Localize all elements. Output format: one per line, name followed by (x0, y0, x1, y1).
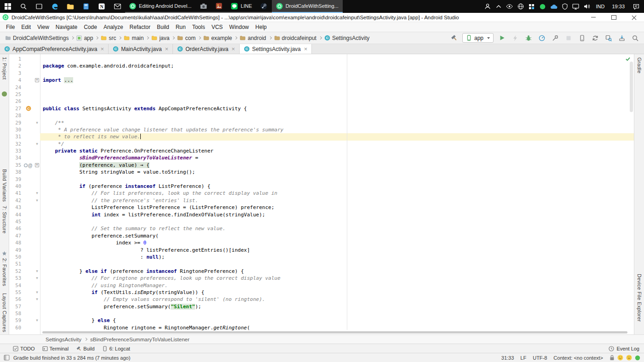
line-number[interactable]: 33 (9, 147, 23, 154)
tool-window-switcher-icon[interactable] (4, 355, 10, 361)
fold-collapsed-icon[interactable]: + (35, 163, 39, 167)
line-number[interactable]: 42 (9, 197, 23, 204)
code-text[interactable]: (preference, value) → { (40, 162, 634, 169)
menu-analyze[interactable]: Analyze (100, 23, 126, 31)
taskbar-edge-browser[interactable] (47, 0, 63, 13)
breadcrumb-main[interactable]: main (122, 34, 145, 42)
code-line[interactable]: 49 ? listPreference.getEntries()[index] (9, 247, 634, 254)
tab-settingsactivity-java[interactable]: CSettingsActivity.java× (240, 44, 312, 54)
toolwindow-button-build[interactable]: Build (76, 346, 94, 351)
code-text[interactable] (40, 91, 634, 98)
code-line[interactable]: 32▾ */ (9, 141, 634, 147)
language-indicator[interactable]: IND (592, 0, 609, 13)
fold-marker[interactable]: ▾ (34, 141, 40, 147)
code-line[interactable]: 1 (9, 56, 634, 62)
taskbar-mail[interactable] (109, 0, 125, 13)
taskbar-file-explorer[interactable] (63, 0, 78, 13)
code-line[interactable]: 4+import ... (9, 77, 634, 84)
line-number[interactable]: 26 (9, 98, 23, 105)
toolwindow-build-variants[interactable]: Build Variants (0, 169, 9, 202)
tray-grid[interactable] (526, 0, 537, 13)
code-line[interactable]: 26 (9, 98, 634, 105)
menu-navigate[interactable]: Navigate (52, 23, 80, 31)
tray-globe[interactable] (515, 0, 526, 13)
line-number[interactable]: 46 (9, 225, 23, 232)
tab-appcompatpreferenceactivity-java[interactable]: CAppCompatPreferenceActivity.java× (0, 44, 109, 54)
line-number[interactable]: 4 (9, 77, 23, 84)
line-number[interactable]: 60 (9, 324, 23, 331)
code-line[interactable]: 44 int index = listPreference.findIndexO… (9, 211, 634, 218)
line-number[interactable]: 27 (9, 105, 23, 112)
tab-mainactivity-java[interactable]: CMainActivity.java× (109, 44, 173, 54)
sdk-manager-button[interactable] (617, 33, 627, 43)
line-number[interactable]: 48 (9, 239, 23, 246)
code-text[interactable]: sBindPreferenceSummaryToValueListener = (40, 154, 634, 161)
code-text[interactable]: : null); (40, 254, 634, 260)
fold-marker[interactable]: ▾ (34, 275, 40, 282)
line-number[interactable]: 3 (9, 70, 23, 77)
code-text[interactable] (40, 218, 634, 225)
code-text[interactable]: Ringtone ringtone = RingtoneManager.getR… (40, 324, 634, 331)
code-text[interactable]: int index = listPreference.findIndexOfVa… (40, 211, 634, 218)
breadcrumb-com[interactable]: com (176, 34, 197, 42)
start-button[interactable] (0, 0, 16, 13)
line-number[interactable]: 25 (9, 91, 23, 98)
line-number[interactable]: 55 (9, 289, 23, 296)
line-number[interactable]: 30 (9, 126, 23, 133)
code-text[interactable] (40, 56, 634, 62)
code-line[interactable]: 25 (9, 91, 634, 98)
taskbar-window-android-studio-droidcafe[interactable]: DroidCafeWithSetting... (272, 0, 343, 13)
tray-shield[interactable] (559, 0, 570, 13)
code-line[interactable]: 3 (9, 70, 634, 77)
toolwindow-device-file-explorer[interactable]: Device File Explorer (634, 274, 644, 322)
code-line[interactable]: 28 (9, 112, 634, 119)
build-project-button[interactable] (449, 33, 459, 43)
line-number[interactable]: 43 (9, 204, 23, 211)
code-text[interactable]: index >= 0 (40, 239, 634, 246)
toolwindow-button-terminal[interactable]: Terminal (42, 346, 69, 351)
code-line[interactable]: 35@+ (preference, value) → { (9, 162, 634, 169)
resource-manager-button[interactable] (0, 91, 9, 97)
favorites-star-button[interactable] (0, 251, 9, 256)
menu-edit[interactable]: Edit (18, 23, 34, 31)
line-number[interactable]: 40 (9, 183, 23, 190)
code-text[interactable]: // For ringtone preferences, look up the… (40, 275, 634, 282)
code-line[interactable]: 30 * A preference value change listener … (9, 126, 634, 133)
tray-person[interactable] (482, 0, 493, 13)
fold-marker[interactable]: ▾ (34, 197, 40, 204)
line-number[interactable]: 45 (9, 218, 23, 225)
taskbar-window-steam[interactable] (256, 0, 272, 13)
code-text[interactable]: String stringValue = value.toString(); (40, 169, 634, 175)
tray-speaker[interactable] (581, 0, 592, 13)
device-manager-button[interactable] (577, 33, 587, 43)
code-line[interactable]: 33 private static Preference.OnPreferenc… (9, 147, 634, 154)
close-icon[interactable]: × (231, 46, 235, 52)
fold-collapsed-icon[interactable]: + (35, 78, 39, 82)
toolwindow-1-project[interactable]: 1: Project (0, 57, 9, 79)
line-number[interactable]: 54 (9, 282, 23, 289)
clock[interactable]: 19:33 (608, 0, 628, 13)
vertical-scrollbar[interactable] (630, 62, 633, 112)
code-text[interactable] (40, 260, 634, 267)
code-line[interactable]: 45 (9, 218, 634, 225)
line-number[interactable]: 39 (9, 176, 23, 183)
breadcrumb-app[interactable]: app (75, 34, 94, 42)
code-line[interactable]: 43 ListPreference listPreference = (List… (9, 204, 634, 211)
feedback-frown-icon[interactable] (626, 355, 632, 361)
code-line[interactable]: 41▾ // For list preferences, look up the… (9, 190, 634, 197)
code-text[interactable]: preference.setSummary("Silent"); (40, 303, 634, 310)
code-text[interactable]: import ... (40, 77, 634, 84)
stop-app-button[interactable] (564, 33, 574, 43)
code-text[interactable]: ListPreference listPreference = (ListPre… (40, 204, 634, 211)
menu-vcs[interactable]: VCS (208, 23, 226, 31)
lock-icon[interactable] (610, 355, 615, 361)
tray-monitor[interactable] (570, 0, 581, 13)
code-line[interactable]: 50 : null); (9, 254, 634, 260)
toolwindow-2-favorites[interactable]: 2: Favorites (0, 258, 9, 286)
line-number[interactable]: 2 (9, 62, 23, 69)
fold-marker[interactable]: ▾ (34, 317, 40, 324)
code-line[interactable]: 27Cpublic class SettingsActivity extends… (9, 105, 634, 112)
breadcrumb-example[interactable]: example (202, 34, 233, 42)
file-encoding[interactable]: UTF-8 (533, 355, 547, 361)
tray-eye[interactable] (504, 0, 515, 13)
